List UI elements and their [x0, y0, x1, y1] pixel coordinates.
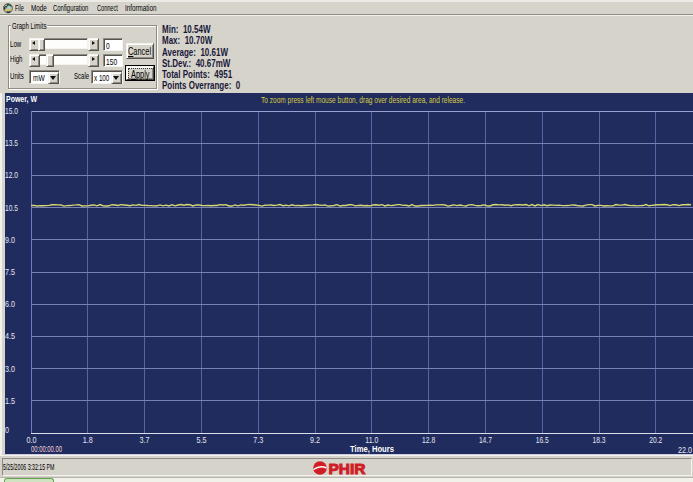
svg-text:10.5: 10.5: [5, 203, 18, 213]
svg-text:13.5: 13.5: [5, 138, 18, 148]
svg-text:9.2: 9.2: [310, 435, 320, 445]
svg-text:20.2: 20.2: [649, 435, 662, 445]
svg-text:PHIR: PHIR: [329, 461, 366, 475]
svg-text:15.0: 15.0: [5, 106, 18, 116]
svg-text:12.8: 12.8: [422, 435, 435, 445]
svg-text:0: 0: [5, 425, 9, 435]
svg-text:12.0: 12.0: [5, 170, 18, 180]
svg-text:To zoom press left mouse butto: To zoom press left mouse button, drag ov…: [261, 95, 465, 105]
svg-text:3.0: 3.0: [5, 364, 15, 374]
svg-text:18.3: 18.3: [593, 435, 606, 445]
svg-text:4.5: 4.5: [5, 331, 15, 341]
svg-text:7.3: 7.3: [253, 435, 263, 445]
svg-text:0.0: 0.0: [27, 435, 37, 445]
svg-text:1.8: 1.8: [83, 435, 93, 445]
svg-text:Time, Hours: Time, Hours: [350, 443, 394, 454]
svg-text:3.7: 3.7: [140, 435, 150, 445]
svg-text:1.5: 1.5: [5, 396, 15, 406]
svg-text:7.5: 7.5: [5, 267, 15, 277]
svg-text:14.7: 14.7: [479, 435, 492, 445]
svg-text:00:00:00.00: 00:00:00.00: [31, 444, 62, 454]
svg-text:22.0: 22.0: [678, 445, 692, 455]
svg-text:9.0: 9.0: [5, 235, 15, 245]
svg-text:6.0: 6.0: [5, 299, 15, 309]
svg-text:Power, W: Power, W: [6, 94, 37, 104]
svg-text:16.5: 16.5: [536, 435, 549, 445]
svg-text:5.5: 5.5: [196, 435, 206, 445]
